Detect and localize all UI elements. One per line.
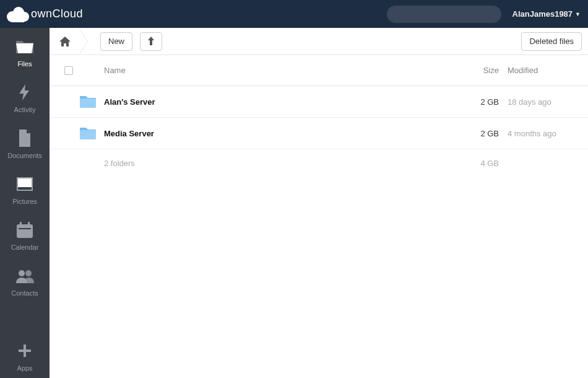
contacts-icon bbox=[15, 266, 35, 286]
toolbar: New Deleted files bbox=[50, 28, 588, 55]
file-size: 2 GB bbox=[456, 97, 499, 107]
caret-down-icon: ▼ bbox=[575, 11, 581, 17]
topbar: ownCloud AlanJames1987 ▼ bbox=[0, 0, 588, 28]
sidebar-item-label: Documents bbox=[7, 152, 42, 159]
bolt-icon bbox=[15, 82, 35, 102]
search-icon bbox=[393, 10, 394, 18]
picture-icon bbox=[15, 174, 35, 194]
file-modified: 4 months ago bbox=[499, 129, 579, 138]
sidebar: Files Activity Documents Pictures Calend bbox=[0, 28, 50, 378]
folder-icon bbox=[79, 126, 97, 139]
summary-size: 4 GB bbox=[456, 159, 499, 168]
breadcrumb-separator-icon bbox=[82, 28, 93, 55]
svg-rect-10 bbox=[18, 187, 32, 190]
sidebar-item-label: Apps bbox=[17, 364, 32, 372]
svg-rect-11 bbox=[17, 224, 33, 238]
microphone-icon[interactable] bbox=[494, 9, 495, 19]
svg-rect-3 bbox=[12, 17, 24, 22]
user-menu[interactable]: AlanJames1987 ▼ bbox=[512, 9, 581, 19]
file-name: Media Server bbox=[104, 129, 456, 138]
sidebar-item-label: Activity bbox=[14, 106, 36, 113]
table-row[interactable]: Alan's Server 2 GB 18 days ago bbox=[50, 86, 588, 118]
home-icon bbox=[59, 37, 71, 46]
column-header-name[interactable]: Name bbox=[104, 66, 456, 75]
folder-icon bbox=[79, 94, 97, 108]
file-name: Alan's Server bbox=[104, 97, 456, 107]
svg-rect-12 bbox=[20, 222, 22, 226]
file-size: 2 GB bbox=[456, 129, 499, 138]
sidebar-item-label: Calendar bbox=[11, 244, 39, 251]
svg-rect-13 bbox=[28, 222, 30, 226]
sidebar-item-calendar[interactable]: Calendar bbox=[0, 211, 50, 257]
username: AlanJames1987 bbox=[512, 9, 573, 19]
svg-point-16 bbox=[25, 270, 32, 276]
sidebar-item-contacts[interactable]: Contacts bbox=[0, 257, 50, 303]
sidebar-item-label: Pictures bbox=[12, 198, 37, 205]
summary-count: 2 folders bbox=[104, 159, 456, 168]
sidebar-item-documents[interactable]: Documents bbox=[0, 120, 50, 165]
column-header-size[interactable]: Size bbox=[456, 66, 499, 75]
sidebar-item-pictures[interactable]: Pictures bbox=[0, 165, 50, 211]
app-name: ownCloud bbox=[31, 7, 83, 20]
select-all-checkbox[interactable] bbox=[64, 66, 73, 75]
owncloud-logo[interactable]: ownCloud bbox=[4, 5, 83, 24]
new-button[interactable]: New bbox=[100, 32, 132, 51]
calendar-icon bbox=[15, 220, 35, 240]
svg-rect-14 bbox=[19, 228, 31, 229]
upload-button[interactable] bbox=[140, 32, 162, 51]
search-box[interactable] bbox=[387, 6, 501, 23]
sidebar-item-apps[interactable]: Apps bbox=[0, 332, 50, 378]
sidebar-item-files[interactable]: Files bbox=[0, 28, 50, 74]
document-icon bbox=[15, 128, 35, 148]
folder-open-icon bbox=[15, 37, 35, 56]
sidebar-item-activity[interactable]: Activity bbox=[0, 74, 50, 120]
svg-rect-18 bbox=[19, 349, 31, 352]
plus-icon bbox=[15, 341, 35, 361]
breadcrumb-home[interactable] bbox=[56, 32, 74, 51]
sidebar-item-label: Files bbox=[17, 60, 32, 68]
table-summary: 2 folders 4 GB bbox=[50, 149, 588, 177]
svg-rect-9 bbox=[18, 178, 32, 187]
upload-icon bbox=[147, 37, 155, 46]
cloud-icon bbox=[4, 5, 32, 24]
svg-point-15 bbox=[19, 270, 25, 276]
search-input[interactable] bbox=[397, 10, 490, 19]
deleted-files-label: Deleted files bbox=[529, 37, 574, 46]
deleted-files-button[interactable]: Deleted files bbox=[521, 32, 582, 51]
svg-point-4 bbox=[393, 14, 394, 14]
file-modified: 18 days ago bbox=[499, 97, 579, 107]
new-button-label: New bbox=[108, 37, 124, 46]
main-content: New Deleted files Name Size Modified bbox=[50, 28, 588, 378]
table-row[interactable]: Media Server 2 GB 4 months ago bbox=[50, 118, 588, 149]
column-header-modified[interactable]: Modified bbox=[499, 66, 579, 75]
sidebar-item-label: Contacts bbox=[11, 289, 38, 297]
table-header: Name Size Modified bbox=[50, 55, 588, 86]
